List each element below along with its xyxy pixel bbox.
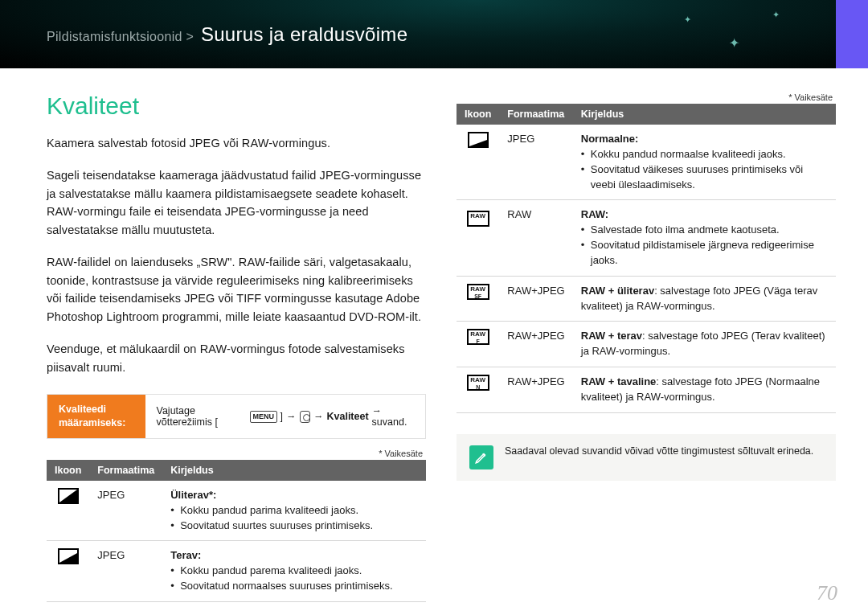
raw-f-icon: RAWF: [467, 329, 489, 345]
th-icon: Ikoon: [457, 104, 499, 125]
breadcrumb-section: Pildistamisfunktsioonid >: [47, 30, 194, 43]
setting-instruction: Vajutage võtterežiimis [ MENU ] → → Kval…: [145, 395, 426, 438]
th-desc: Kirjeldus: [573, 104, 836, 125]
quality-fine-icon: [58, 548, 79, 564]
note-box: Saadaval olevad suvandid võivad võtte ti…: [457, 434, 836, 481]
note-text: Saadaval olevad suvandid võivad võtte ti…: [505, 445, 813, 457]
table-row: JPEG Üliterav*: Kokku pandud parima kval…: [47, 481, 426, 541]
default-note: * Vaikesäte: [47, 449, 423, 458]
page-title: Suurus ja eraldusvõime: [201, 23, 407, 45]
table-row: RAWSF RAW+JPEG RAW + üliterav: salvestag…: [457, 276, 836, 322]
left-column: Kvaliteet Kaamera salvestab fotosid JPEG…: [47, 92, 426, 602]
th-icon: Ikoon: [47, 460, 89, 481]
table-row: RAWN RAW+JPEG RAW + tavaline: salvestage…: [457, 367, 836, 413]
table-row: JPEG Terav: Kokku pandud parema kvalitee…: [47, 541, 426, 602]
paragraph: RAW-failidel on laienduseks „SRW". RAW-f…: [47, 253, 426, 326]
quality-normal-icon: [468, 132, 489, 148]
setting-label: Kvaliteedi määramiseks:: [47, 395, 145, 438]
paragraph: Sageli teisendatakse kaameraga jäädvusta…: [47, 166, 426, 239]
page-number: 70: [817, 581, 837, 605]
table-row: JPEG Normaalne: Kokku pandud normaalse k…: [457, 125, 836, 200]
right-column: * Vaikesäte Ikoon Formaatima Kirjeldus J…: [457, 92, 836, 602]
camera-icon: [300, 411, 310, 423]
quality-table-left: Ikoon Formaatima Kirjeldus JPEG Üliterav…: [47, 460, 426, 602]
th-format: Formaatima: [89, 460, 162, 481]
page-header: ✦ ✦ ✦ Pildistamisfunktsioonid > Suurus j…: [0, 0, 868, 68]
paragraph: Veenduge, et mälukaardil on RAW-vormingu…: [47, 340, 426, 376]
raw-sf-icon: RAWSF: [467, 284, 489, 300]
table-row: RAW RAW RAW: Salvestade foto ilma andmet…: [457, 200, 836, 276]
paragraph: Kaamera salvestab fotosid JPEG või RAW-v…: [47, 134, 426, 152]
pen-icon: [469, 445, 493, 469]
default-note: * Vaikesäte: [457, 92, 833, 102]
menu-icon: MENU: [250, 411, 277, 423]
quality-superfine-icon: [58, 488, 79, 504]
setting-box: Kvaliteedi määramiseks: Vajutage võttere…: [47, 394, 426, 439]
raw-icon: RAW: [467, 211, 489, 227]
th-desc: Kirjeldus: [162, 460, 426, 481]
raw-n-icon: RAWN: [467, 375, 489, 391]
breadcrumb: Pildistamisfunktsioonid > Suurus ja eral…: [47, 23, 407, 46]
th-format: Formaatima: [499, 104, 572, 125]
heading: Kvaliteet: [47, 92, 426, 120]
quality-table-right: Ikoon Formaatima Kirjeldus JPEG Normaaln…: [457, 104, 836, 413]
header-accent: [836, 0, 868, 68]
table-row: RAWF RAW+JPEG RAW + terav: salvestage fo…: [457, 322, 836, 367]
